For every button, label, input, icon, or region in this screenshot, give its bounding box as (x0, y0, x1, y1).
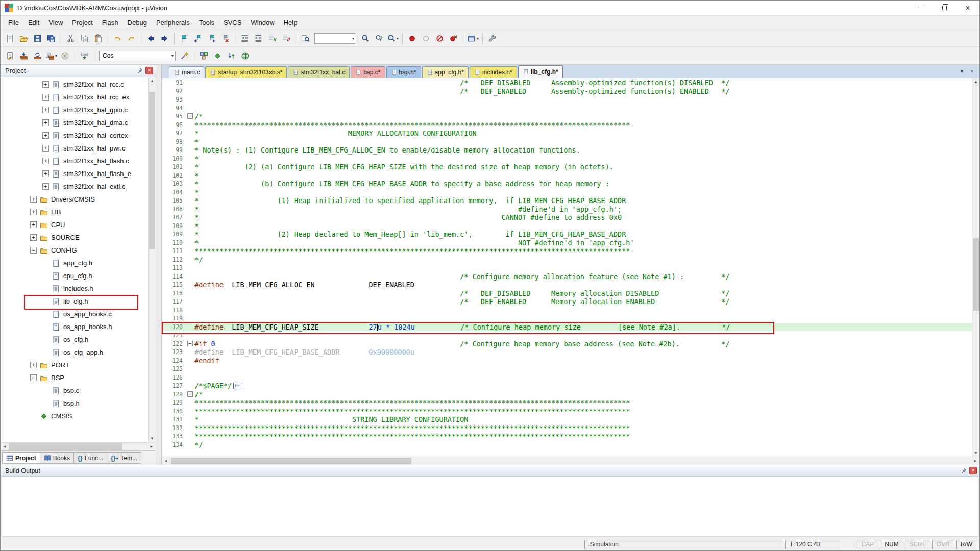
line-number[interactable]: 108 (162, 222, 185, 231)
scroll-right-icon[interactable]: ► (971, 459, 979, 463)
code-line-91[interactable]: 91 /* DEF_DISABLED Assembly-optimized fu… (162, 79, 972, 87)
menu-item-edit[interactable]: Edit (23, 17, 44, 29)
expand-box-icon[interactable]: + (42, 119, 49, 126)
open-file-icon[interactable] (17, 32, 30, 45)
line-number[interactable]: 127 (162, 382, 185, 390)
line-number[interactable]: 123 (162, 348, 185, 357)
code-line-102[interactable]: 102* (162, 171, 972, 180)
editor-vscrollbar[interactable]: ▲ ▼ (972, 78, 979, 457)
tree-item-os-cfg-app-h[interactable]: os_cfg_app.h (1, 346, 148, 359)
tree-item-stm32f1xx-hal-rcc-c[interactable]: +stm32f1xx_hal_rcc.c (1, 78, 148, 91)
code-line-134[interactable]: 134*/ (162, 441, 972, 449)
expand-box-icon[interactable]: + (42, 170, 49, 177)
expand-box-icon[interactable]: + (42, 158, 49, 164)
code-line-125[interactable]: 125 (162, 365, 972, 373)
menu-item-window[interactable]: Window (246, 17, 279, 29)
editor-tab-bsp-h[interactable]: bsp.h* (386, 66, 421, 78)
code-line-114[interactable]: 114 /* Configure memory allocation featu… (162, 272, 972, 281)
new-file-icon[interactable] (4, 32, 16, 45)
code-line-105[interactable]: 105* (1) Heap initialized to specified a… (162, 196, 972, 205)
comment-icon[interactable] (266, 32, 279, 45)
scroll-left-icon[interactable]: ◄ (1, 444, 9, 449)
target-select[interactable]: Cos▾ (99, 51, 176, 61)
select-packs-icon[interactable] (225, 49, 238, 62)
line-number[interactable]: 115 (162, 281, 185, 289)
line-number[interactable]: 101 (162, 163, 185, 171)
scroll-down-icon[interactable]: ▼ (149, 435, 156, 442)
expand-box-icon[interactable]: + (42, 183, 49, 190)
line-number[interactable]: 112 (162, 256, 185, 264)
tree-item-stm32f1xx-hal-flash-c[interactable]: +stm32f1xx_hal_flash.c (1, 155, 148, 167)
line-number[interactable]: 93 (162, 95, 185, 104)
line-number[interactable]: 103 (162, 180, 185, 188)
scroll-track[interactable] (170, 457, 971, 465)
code-line-101[interactable]: 101* (2) (a) Configure LIB_MEM_CFG_HEAP_… (162, 163, 972, 171)
tree-item-stm32f1xx-hal-flash-e[interactable]: +stm32f1xx_hal_flash_e (1, 167, 148, 180)
code-line-109[interactable]: 109* (2) Heap declared to Mem_Heap[] in … (162, 230, 972, 239)
line-number[interactable]: 121 (162, 331, 185, 340)
code-line-112[interactable]: 112*/ (162, 256, 972, 264)
restore-button[interactable] (933, 1, 956, 16)
line-number[interactable]: 118 (162, 306, 185, 315)
scroll-track[interactable] (9, 443, 148, 450)
scroll-down-icon[interactable]: ▼ (972, 449, 979, 457)
line-number[interactable]: 124 (162, 357, 185, 365)
options-for-target-icon[interactable] (178, 49, 191, 62)
project-panel-close-icon[interactable]: × (145, 67, 153, 74)
bookmark-toggle-icon[interactable] (178, 32, 190, 45)
indent-icon[interactable] (252, 32, 265, 45)
code-line-126[interactable]: 126 (162, 373, 972, 382)
expand-box-icon[interactable]: + (30, 234, 37, 241)
expand-box-icon[interactable]: − (30, 374, 37, 381)
fold-marker[interactable]: − (185, 112, 194, 121)
line-number[interactable]: 96 (162, 121, 185, 130)
tree-item-bsp-c[interactable]: bsp.c (1, 384, 148, 397)
scroll-thumb[interactable] (9, 443, 122, 450)
expand-box-icon[interactable]: − (30, 247, 37, 254)
tree-item-bsp-h[interactable]: bsp.h (1, 397, 148, 410)
line-number[interactable]: 102 (162, 171, 185, 180)
code-line-103[interactable]: 103* (b) Configure LIB_MEM_CFG_HEAP_BASE… (162, 180, 972, 188)
line-number[interactable]: 132 (162, 424, 185, 433)
scroll-left-icon[interactable]: ◄ (162, 459, 170, 463)
panel-tab-tem[interactable]: {}+Tem... (107, 452, 141, 464)
save-all-icon[interactable] (45, 32, 58, 45)
code-line-94[interactable]: 94 (162, 104, 972, 113)
line-number[interactable]: 129 (162, 398, 185, 407)
project-tree-vscrollbar[interactable]: ▲ ▼ (148, 77, 156, 442)
code-line-104[interactable]: 104* (162, 188, 972, 197)
fold-marker[interactable]: − (185, 390, 194, 399)
code-line-120[interactable]: 120#define LIB_MEM_CFG_HEAP_SIZE 27u * 1… (162, 323, 972, 332)
menu-item-help[interactable]: Help (279, 17, 302, 29)
tab-list-dropdown-icon[interactable]: ▼ (958, 67, 966, 76)
menu-item-project[interactable]: Project (67, 17, 97, 29)
line-number[interactable]: 91 (162, 79, 185, 87)
manage-rte-icon[interactable] (211, 49, 224, 62)
redo-icon[interactable] (125, 32, 138, 45)
code-line-107[interactable]: 107* CANNOT #define to address 0x0 (162, 213, 972, 222)
line-number[interactable]: 131 (162, 415, 185, 424)
rebuild-icon[interactable] (31, 49, 44, 62)
unindent-icon[interactable] (238, 32, 251, 45)
tree-item-stm32f1xx-hal-pwr-c[interactable]: +stm32f1xx_hal_pwr.c (1, 142, 148, 155)
expand-box-icon[interactable]: + (42, 107, 49, 113)
editor-tab-startup-stm32f103xb-s[interactable]: startup_stm32f103xb.s* (205, 66, 287, 78)
tree-item-drivers-cmsis[interactable]: +Drivers/CMSIS (1, 193, 148, 206)
configure-icon[interactable] (486, 32, 499, 45)
line-number[interactable]: 113 (162, 264, 185, 272)
panel-tab-project[interactable]: Project (2, 452, 40, 464)
code-line-108[interactable]: 108* (162, 222, 972, 231)
tree-item-includes-h[interactable]: includes.h (1, 282, 148, 295)
line-number[interactable]: 119 (162, 314, 185, 323)
code-line-96[interactable]: 96**************************************… (162, 121, 972, 130)
fold-marker[interactable]: − (185, 340, 194, 348)
search-combobox[interactable]: ▾ (314, 33, 356, 44)
expand-box-icon[interactable]: + (30, 196, 37, 203)
code-line-113[interactable]: 113 (162, 264, 972, 272)
tree-item-source[interactable]: +SOURCE (1, 231, 148, 244)
editor-tab-main-c[interactable]: main.c (169, 66, 204, 78)
chevron-down-icon[interactable]: ▾ (55, 54, 57, 58)
line-number[interactable]: 114 (162, 272, 185, 281)
panel-splitter[interactable] (156, 65, 162, 465)
code-line-111[interactable]: 111*************************************… (162, 247, 972, 256)
